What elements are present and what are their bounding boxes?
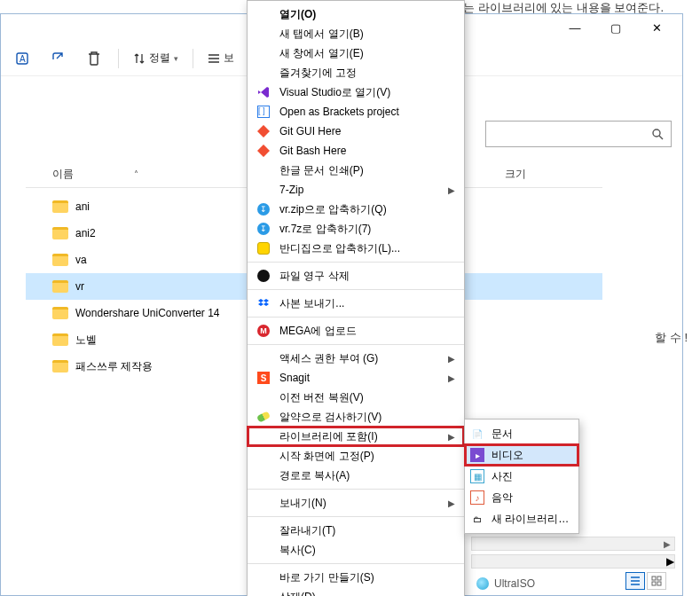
rename-icon[interactable]: A bbox=[8, 44, 38, 73]
menu-item[interactable]: 바로 가기 만들기(S) bbox=[248, 568, 464, 587]
search-input[interactable] bbox=[485, 121, 672, 147]
menu-item[interactable]: 알약으로 검사하기(V) bbox=[248, 407, 464, 427]
details-view-button[interactable] bbox=[625, 572, 645, 590]
menu-item[interactable]: 라이브러리에 포함(I)▶ bbox=[248, 427, 464, 446]
menu-item[interactable]: ↧vr.zip으로 압축하기(Q) bbox=[248, 200, 464, 219]
menu-item[interactable]: 새 창에서 열기(E) bbox=[248, 43, 464, 63]
submenu-item[interactable]: 📄문서 bbox=[465, 423, 578, 444]
dropbox-icon bbox=[255, 296, 272, 310]
spacer-icon bbox=[255, 590, 272, 596]
svg-rect-7 bbox=[657, 582, 661, 585]
horizontal-scrollbar[interactable]: ▶ bbox=[471, 554, 675, 569]
menu-item[interactable]: 사본 보내기... bbox=[248, 294, 464, 313]
menu-item[interactable]: ↧vr.7z로 압축하기(7) bbox=[248, 219, 464, 239]
svg-rect-5 bbox=[657, 576, 661, 580]
menu-item[interactable]: 삭제(D) bbox=[248, 587, 464, 596]
folder-icon bbox=[52, 254, 68, 266]
spacer-icon bbox=[255, 66, 272, 80]
spacer-icon bbox=[255, 429, 272, 443]
submenu-arrow-icon: ▶ bbox=[448, 354, 455, 364]
minimize-button[interactable]: — bbox=[554, 14, 595, 41]
spacer-icon bbox=[255, 351, 272, 365]
menu-item-label: 라이브러리에 포함(I) bbox=[279, 429, 443, 444]
maximize-button[interactable]: ▢ bbox=[595, 14, 636, 41]
menu-item[interactable]: 보내기(N)▶ bbox=[248, 493, 464, 513]
menu-item-label: 새 탭에서 열기(B) bbox=[279, 27, 455, 42]
menu-item-label: vr.7z로 압축하기(7) bbox=[279, 222, 455, 237]
menu-item-label: 열기(O) bbox=[279, 7, 455, 22]
menu-item[interactable]: 7-Zip▶ bbox=[248, 180, 464, 200]
menu-item-label: 잘라내기(T) bbox=[279, 523, 455, 538]
menu-item[interactable]: 이전 버전 복원(V) bbox=[248, 388, 464, 407]
menu-item[interactable]: 파일 영구 삭제 bbox=[248, 266, 464, 286]
mega-icon: M bbox=[255, 324, 272, 338]
submenu-item[interactable]: ♪음악 bbox=[465, 487, 578, 508]
menu-item[interactable]: 반디집으로 압축하기(L)... bbox=[248, 239, 464, 258]
spacer-icon bbox=[255, 449, 272, 463]
svg-rect-9 bbox=[257, 145, 270, 157]
search-icon bbox=[651, 128, 664, 140]
horizontal-scrollbar[interactable]: ▶ bbox=[471, 537, 675, 551]
sort-button[interactable]: 정렬 ▾ bbox=[128, 44, 184, 73]
folder-name: vr bbox=[75, 280, 84, 293]
menu-item-label: Open as Brackets project bbox=[279, 106, 455, 118]
svg-rect-8 bbox=[257, 125, 270, 137]
menu-item[interactable]: 시작 화면에 고정(P) bbox=[248, 446, 464, 466]
menu-item-label: 새 창에서 열기(E) bbox=[279, 46, 455, 61]
video-icon: ▸ bbox=[470, 448, 484, 462]
sort-indicator-icon: ˄ bbox=[134, 169, 138, 179]
menu-separator bbox=[248, 563, 464, 564]
svg-text:A: A bbox=[20, 54, 26, 64]
submenu-item[interactable]: 🗀새 라이브러리 만들기 bbox=[465, 508, 578, 529]
menu-item[interactable]: 즐겨찾기에 고정 bbox=[248, 63, 464, 82]
menu-item[interactable]: MMEGA에 업로드 bbox=[248, 321, 464, 341]
ultraiso-item[interactable]: UltraISO bbox=[476, 577, 535, 590]
menu-item[interactable]: SSnagit▶ bbox=[248, 368, 464, 388]
folder-icon bbox=[52, 333, 68, 346]
menu-item[interactable]: [ ]Open as Brackets project bbox=[248, 102, 464, 122]
menu-item[interactable]: Git GUI Here bbox=[248, 122, 464, 141]
view-button[interactable]: 보 bbox=[202, 44, 240, 73]
documents-icon: 📄 bbox=[470, 427, 484, 441]
submenu-item[interactable]: ▸비디오 bbox=[465, 444, 578, 466]
view-label: 보 bbox=[224, 51, 234, 66]
folder-name: 패스쓰루 제작용 bbox=[75, 359, 153, 374]
menu-item[interactable]: 복사(C) bbox=[248, 540, 464, 560]
spacer-icon bbox=[255, 27, 272, 41]
menu-item[interactable]: 잘라내기(T) bbox=[248, 521, 464, 540]
svg-rect-6 bbox=[652, 582, 656, 585]
menu-item[interactable]: Git Bash Here bbox=[248, 141, 464, 161]
menu-item-label: Git GUI Here bbox=[279, 125, 455, 137]
delete-icon[interactable] bbox=[79, 44, 109, 73]
scroll-right-icon[interactable]: ▶ bbox=[666, 555, 674, 568]
spacer-icon bbox=[255, 183, 272, 197]
library-submenu: 📄문서▸비디오▦사진♪음악🗀새 라이브러리 만들기 bbox=[464, 419, 579, 534]
submenu-item[interactable]: ▦사진 bbox=[465, 466, 578, 487]
spacer-icon bbox=[255, 46, 272, 60]
share-icon[interactable] bbox=[43, 44, 74, 73]
menu-separator bbox=[248, 344, 464, 345]
menu-item-label: 액세스 권한 부여 (G) bbox=[279, 351, 443, 366]
menu-item[interactable]: 경로로 복사(A) bbox=[248, 466, 464, 485]
bandizip-icon bbox=[255, 241, 272, 255]
folder-name: ani2 bbox=[75, 227, 96, 239]
submenu-item-label: 음악 bbox=[492, 490, 570, 506]
close-button[interactable]: ✕ bbox=[636, 14, 677, 41]
menu-item-label: 삭제(D) bbox=[279, 590, 455, 597]
menu-item-label: 보내기(N) bbox=[279, 496, 443, 511]
view-controls bbox=[625, 572, 666, 590]
size-column-label: 크기 bbox=[505, 168, 526, 180]
menu-item-label: 경로로 복사(A) bbox=[279, 468, 455, 483]
menu-item[interactable]: 액세스 권한 부여 (G)▶ bbox=[248, 349, 464, 368]
clipped-text: 할 수 ! bbox=[655, 330, 688, 346]
menu-item[interactable]: 열기(O) bbox=[248, 4, 464, 24]
new-library-icon: 🗀 bbox=[470, 512, 484, 526]
scroll-right-icon[interactable]: ▶ bbox=[660, 539, 674, 549]
large-icons-view-button[interactable] bbox=[647, 572, 666, 590]
menu-item-label: Visual Studio로 열기(V) bbox=[279, 85, 455, 100]
folder-icon bbox=[52, 280, 68, 293]
menu-item[interactable]: 새 탭에서 열기(B) bbox=[248, 24, 464, 43]
menu-item[interactable]: Visual Studio로 열기(V) bbox=[248, 82, 464, 102]
music-icon: ♪ bbox=[470, 490, 484, 505]
menu-item[interactable]: 한글 문서 인쇄(P) bbox=[248, 161, 464, 180]
